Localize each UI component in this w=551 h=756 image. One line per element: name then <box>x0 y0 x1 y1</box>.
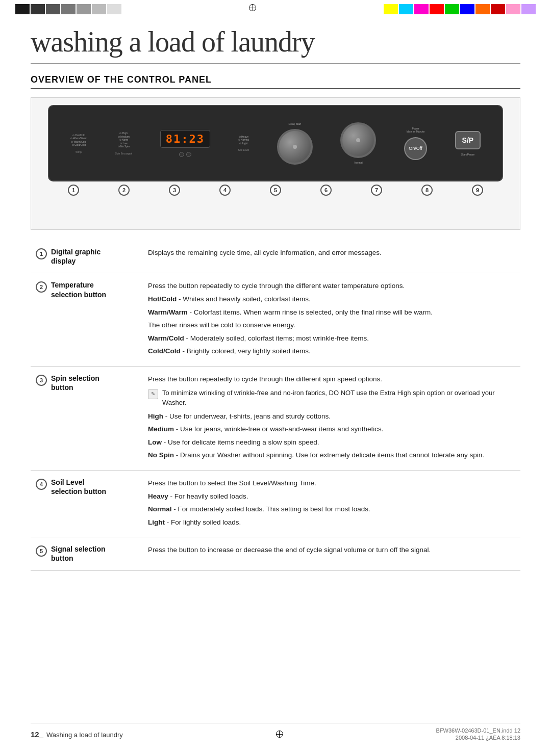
color-block <box>31 4 45 14</box>
badge-4: 4 <box>36 479 47 490</box>
footer: 12_ Washing a load of laundry BFW36W-024… <box>31 723 520 741</box>
item-label-4: Soil Levelselection button <box>51 478 106 496</box>
color-block <box>414 4 429 14</box>
desc-intro-2: Press the button repeatedly to cycle thr… <box>148 280 515 292</box>
color-block <box>77 4 91 14</box>
label-cell-5: 5 Signal selectionbutton <box>31 537 143 570</box>
diagram-num-4: 4 <box>219 185 231 196</box>
table-row: 4 Soil Levelselection button Press the b… <box>31 470 520 537</box>
desc-coldcold: Cold/Cold - Brightly colored, very light… <box>148 346 515 357</box>
diagram-num-2: 2 <box>118 185 130 196</box>
term-heavy: Heavy <box>148 492 168 500</box>
color-block <box>445 4 459 14</box>
badge-2: 2 <box>36 281 47 293</box>
main-content: washing a load of laundry OVERVIEW OF TH… <box>0 15 551 586</box>
color-blocks-left <box>15 4 121 14</box>
desc-text-1: Displays the remaining cycle time, all c… <box>148 247 515 258</box>
term-light: Light <box>148 518 165 526</box>
label-cell-1: 1 Digital graphicdisplay <box>31 240 143 273</box>
page-title: washing a load of laundry <box>31 25 520 64</box>
panel-sp-section: S/P Start/Pause <box>455 131 481 156</box>
desc-nospin: No Spin - Drains your Washer without spi… <box>148 450 515 461</box>
top-bar <box>0 0 551 15</box>
desc-medium: Medium - Use for jeans, wrinkle-free or … <box>148 424 515 435</box>
color-block <box>460 4 474 14</box>
term-nospin: No Spin <box>148 451 174 459</box>
desc-intro-5: Press the button to increase or decrease… <box>148 544 515 556</box>
sp-button: S/P <box>455 131 481 149</box>
registration-mark <box>249 4 256 11</box>
content-cell-3: Press the button repeatedly to cycle thr… <box>143 366 520 470</box>
panel-soil-section: ⊙ Heavy ⊙ Normal ⊙ Light Soil Level <box>238 135 249 152</box>
term-low: Low <box>148 438 162 446</box>
panel-cycle-section: Delay Start <box>277 122 313 165</box>
content-cell-4: Press the button to select the Soil Leve… <box>143 470 520 537</box>
cycle-knob <box>277 129 313 165</box>
panel-temp-section: ⊙ Hot/Cold ⊙ Warm/Warm ⊙ Warm/Cold ⊙ Col… <box>70 134 87 153</box>
desc-intro-4: Press the button to select the Soil Leve… <box>148 478 515 489</box>
color-block <box>475 4 490 14</box>
badge-1: 1 <box>36 248 47 259</box>
note-box-3: ✎ To minimize wrinkling of wrinkle-free … <box>148 388 515 408</box>
desc-intro-3: Press the button repeatedly to cycle thr… <box>148 374 515 385</box>
desc-hotcold: Hot/Cold - Whites and heavily soiled, co… <box>148 294 515 305</box>
term-medium: Medium <box>148 425 174 433</box>
color-block <box>521 4 536 14</box>
desc-warmcold: Warm/Cold - Moderately soiled, colorfast… <box>148 333 515 344</box>
diagram-num-3: 3 <box>169 185 180 196</box>
onoff-button: On/Off <box>404 137 427 160</box>
badge-5: 5 <box>36 545 47 557</box>
desc-heavy: Heavy - For heavily soiled loads. <box>148 491 515 502</box>
table-row: 2 Temperatureselection button Press the … <box>31 273 520 367</box>
desc-normal: Normal - For moderately soiled loads. Th… <box>148 504 515 515</box>
footer-center <box>276 731 283 738</box>
page-wrapper: washing a load of laundry OVERVIEW OF TH… <box>0 0 551 756</box>
panel-selector-section: Normal <box>340 122 376 164</box>
diagram-num-9: 9 <box>472 185 483 196</box>
time-display: 81:23 <box>160 130 210 148</box>
color-block <box>92 4 106 14</box>
term-warmcold: Warm/Cold <box>148 334 184 342</box>
description-table: 1 Digital graphicdisplay Displays the re… <box>31 240 520 571</box>
diagram-num-1: 1 <box>68 185 79 196</box>
panel-wash-section: ⊙ High ⊙ Medium ⊙ Norm ⊙ Low ⊙ No Spin S… <box>115 132 132 155</box>
note-icon-3: ✎ <box>148 389 158 399</box>
desc-light: Light - For lightly soiled loads. <box>148 517 515 528</box>
label-inner-3: 3 Spin selectionbutton <box>36 374 135 392</box>
content-cell-2: Press the button repeatedly to cycle thr… <box>143 273 520 367</box>
panel-onoff-section: PowerMise en Marche On/Off <box>404 127 427 160</box>
badge-3: 3 <box>36 375 47 386</box>
desc-low: Low - Use for delicate items needing a s… <box>148 437 515 448</box>
color-block <box>46 4 60 14</box>
desc-otherrinsecold: The other rinses will be cold to conserv… <box>148 320 515 331</box>
color-block <box>384 4 398 14</box>
diagram-num-8: 8 <box>421 185 433 196</box>
table-row: 1 Digital graphicdisplay Displays the re… <box>31 240 520 273</box>
diagram-area: ⊙ Hot/Cold ⊙ Warm/Warm ⊙ Warm/Cold ⊙ Col… <box>31 97 520 230</box>
footer-doc-area: BFW36W-02463D-01_EN.indd 12 2008-04-11 ¿… <box>436 727 521 741</box>
table-row: 3 Spin selectionbutton Press the button … <box>31 366 520 470</box>
footer-page-number: 12_ <box>31 730 43 739</box>
footer-page-area: 12_ Washing a load of laundry <box>31 730 123 739</box>
label-cell-4: 4 Soil Levelselection button <box>31 470 143 537</box>
color-block <box>399 4 413 14</box>
label-cell-3: 3 Spin selectionbutton <box>31 366 143 470</box>
label-cell-2: 2 Temperatureselection button <box>31 273 143 367</box>
note-text-3: To minimize wrinkling of wrinkle-free an… <box>162 388 515 408</box>
content-cell-5: Press the button to increase or decrease… <box>143 537 520 570</box>
color-block <box>61 4 76 14</box>
footer-page-text: Washing a load of laundry <box>46 731 123 739</box>
diagram-num-7: 7 <box>371 185 382 196</box>
item-label-3: Spin selectionbutton <box>51 374 99 392</box>
section-heading: OVERVIEW OF THE CONTROL PANEL <box>31 74 520 89</box>
control-panel-diagram: ⊙ Hot/Cold ⊙ Warm/Warm ⊙ Warm/Cold ⊙ Col… <box>48 105 503 181</box>
desc-warmwarm: Warm/Warm - Colorfast items. When warm r… <box>148 307 515 318</box>
color-block <box>107 4 121 14</box>
color-block <box>491 4 505 14</box>
term-warmwarm: Warm/Warm <box>148 308 188 316</box>
term-high: High <box>148 412 163 420</box>
number-labels-row: 1 2 3 4 5 6 7 8 9 <box>48 185 503 196</box>
desc-high: High - Use for underwear, t-shirts, jean… <box>148 411 515 422</box>
label-inner-4: 4 Soil Levelselection button <box>36 478 135 496</box>
color-blocks-right <box>384 4 536 14</box>
